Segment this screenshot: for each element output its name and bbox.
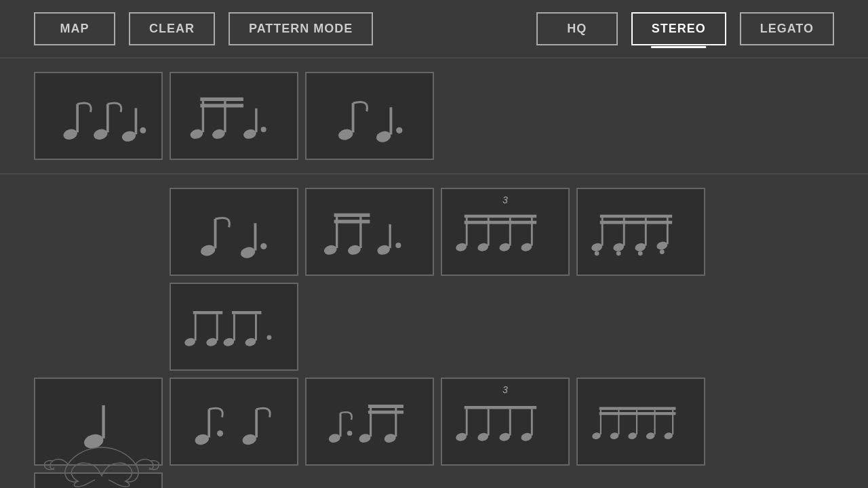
- svg-point-55: [594, 251, 599, 256]
- hq-button[interactable]: HQ: [536, 12, 618, 45]
- svg-point-99: [609, 431, 619, 440]
- pattern-cell-7[interactable]: [576, 188, 705, 276]
- pattern-cell-1[interactable]: [34, 72, 163, 160]
- svg-point-74: [217, 430, 223, 436]
- pattern-mode-button[interactable]: PATTERN MODE: [229, 12, 373, 45]
- svg-point-41: [498, 242, 511, 252]
- svg-point-63: [205, 337, 218, 347]
- svg-point-82: [358, 432, 372, 443]
- svg-point-97: [591, 431, 601, 440]
- svg-point-101: [627, 431, 637, 440]
- pattern-cell-4[interactable]: [170, 188, 298, 276]
- svg-point-69: [267, 335, 271, 340]
- svg-point-25: [260, 243, 267, 249]
- svg-point-11: [211, 127, 226, 140]
- svg-point-39: [477, 242, 489, 252]
- triplet-label-12: 3: [502, 384, 508, 395]
- pattern-cell-5[interactable]: [305, 188, 434, 276]
- svg-point-28: [323, 243, 338, 256]
- svg-point-0: [62, 127, 78, 141]
- pattern-row-1: 3: [170, 188, 834, 371]
- top-pattern-section: [0, 58, 868, 174]
- bottom-ornament: [34, 434, 170, 488]
- svg-point-15: [260, 127, 266, 132]
- svg-point-91: [498, 432, 511, 442]
- svg-point-47: [591, 242, 603, 252]
- pattern-cell-13[interactable]: [576, 378, 705, 466]
- svg-point-30: [347, 243, 361, 256]
- svg-point-67: [244, 337, 256, 347]
- pattern-cell-10[interactable]: [170, 378, 298, 466]
- svg-point-21: [199, 243, 216, 258]
- clear-button[interactable]: CLEAR: [129, 12, 215, 45]
- svg-point-57: [637, 251, 642, 256]
- pattern-cell-6[interactable]: 3: [441, 188, 570, 276]
- svg-point-16: [337, 127, 354, 142]
- svg-point-77: [328, 432, 341, 443]
- svg-point-13: [242, 127, 257, 140]
- legato-button[interactable]: LEGATO: [740, 12, 834, 45]
- svg-point-105: [663, 431, 673, 440]
- svg-point-6: [140, 127, 146, 133]
- stereo-button[interactable]: STEREO: [631, 12, 726, 45]
- svg-point-9: [189, 127, 204, 140]
- toolbar: MAP CLEAR PATTERN MODE HQ STEREO LEGATO: [0, 0, 868, 58]
- svg-point-79: [347, 430, 352, 435]
- svg-point-87: [455, 432, 467, 442]
- svg-point-61: [184, 337, 196, 347]
- svg-point-37: [455, 242, 467, 252]
- svg-point-51: [634, 242, 646, 252]
- svg-point-84: [383, 432, 397, 443]
- svg-point-18: [375, 129, 392, 144]
- svg-point-75: [241, 432, 257, 446]
- svg-point-65: [222, 337, 235, 347]
- pattern-cell-2[interactable]: [170, 72, 298, 160]
- svg-point-32: [376, 243, 391, 256]
- map-button[interactable]: MAP: [34, 12, 115, 45]
- pattern-cell-8[interactable]: [170, 283, 298, 371]
- svg-point-72: [193, 432, 210, 446]
- svg-point-93: [520, 432, 532, 442]
- svg-point-49: [612, 242, 625, 252]
- pattern-cell-12[interactable]: 3: [441, 378, 570, 466]
- svg-point-43: [520, 242, 532, 252]
- svg-point-34: [395, 243, 401, 248]
- top-pattern-row: [34, 72, 834, 160]
- triplet-label-6: 3: [502, 195, 508, 205]
- svg-point-20: [396, 127, 402, 133]
- svg-point-2: [92, 127, 108, 141]
- svg-point-53: [656, 240, 668, 250]
- pattern-cell-3[interactable]: [305, 72, 434, 160]
- pattern-cell-11[interactable]: [305, 378, 434, 466]
- svg-point-103: [645, 431, 655, 440]
- svg-point-23: [239, 245, 256, 260]
- svg-point-89: [477, 432, 489, 442]
- svg-point-4: [121, 129, 137, 143]
- svg-point-56: [616, 251, 620, 256]
- svg-point-58: [659, 249, 664, 254]
